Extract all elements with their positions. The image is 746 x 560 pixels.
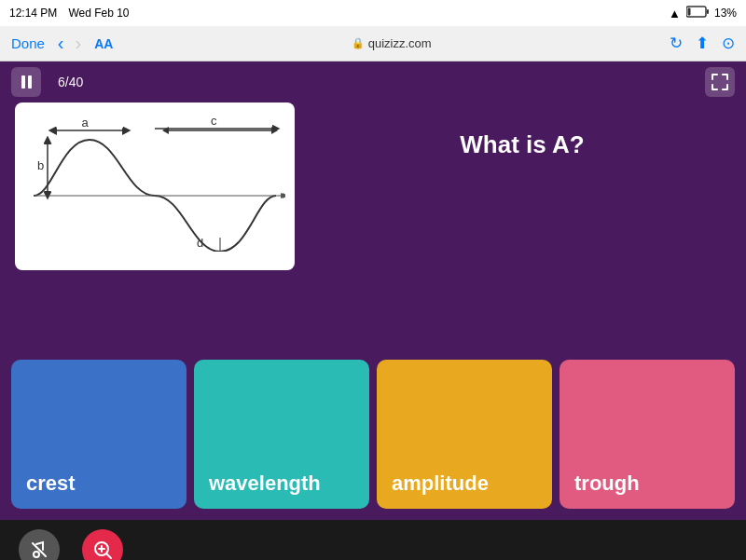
svg-text:b: b (37, 158, 44, 172)
back-button[interactable]: ‹ (54, 33, 68, 54)
answer-wavelength-label: wavelength (209, 471, 321, 496)
status-time-date: 12:14 PM Wed Feb 10 (9, 7, 130, 20)
svg-text:c: c (211, 114, 217, 128)
music-off-icon[interactable] (19, 529, 60, 560)
battery-percent: 13% (714, 7, 737, 20)
pause-button[interactable] (11, 67, 41, 97)
status-time: 12:14 PM (9, 7, 57, 20)
quiz-container: 6/40 a (0, 61, 746, 520)
answer-wavelength[interactable]: wavelength (194, 360, 369, 509)
answer-grid: crest wavelength amplitude trough (0, 352, 746, 520)
url-text: quizizz.com (368, 36, 432, 50)
answer-crest[interactable]: crest (11, 360, 186, 509)
bottom-bar: Music off Zoom In (0, 520, 746, 560)
svg-line-21 (106, 553, 111, 558)
pause-icon (21, 75, 32, 89)
svg-text:a: a (81, 116, 89, 130)
svg-marker-16 (44, 138, 51, 144)
answer-trough-label: trough (574, 471, 640, 496)
question-text: What is A? (313, 102, 731, 159)
answer-trough[interactable]: trough (560, 360, 735, 509)
browser-navigation: ‹ › (54, 33, 85, 54)
bookmarks-button[interactable]: ⊙ (722, 34, 735, 53)
lock-icon: 🔒 (352, 37, 365, 49)
browser-action-buttons: ↻ ⬆ ⊙ (670, 34, 735, 53)
svg-text:d: d (197, 236, 203, 250)
zoom-in-action[interactable]: Zoom In (82, 529, 123, 560)
answer-crest-label: crest (26, 471, 76, 496)
wifi-icon: ▲ (669, 7, 681, 20)
svg-rect-2 (687, 8, 690, 16)
toolbar-left: 6/40 (11, 67, 83, 97)
wave-svg: a b c d (24, 112, 285, 252)
forward-button[interactable]: › (72, 33, 86, 54)
done-button[interactable]: Done (11, 35, 45, 51)
browser-bar: Done ‹ › AA 🔒 quizizz.com ↻ ⬆ ⊙ (0, 26, 746, 61)
wave-diagram: a b c d (15, 102, 295, 270)
status-indicators: ▲ 13% (669, 6, 737, 20)
svg-marker-18 (281, 193, 285, 198)
fullscreen-button[interactable] (705, 67, 735, 97)
url-bar[interactable]: 🔒 quizizz.com (122, 36, 660, 50)
text-size-button[interactable]: AA (94, 36, 113, 51)
share-button[interactable]: ⬆ (696, 34, 709, 53)
status-date: Wed Feb 10 (68, 7, 129, 20)
svg-rect-1 (707, 9, 709, 14)
quiz-toolbar: 6/40 (0, 61, 746, 102)
svg-marker-12 (271, 127, 278, 134)
music-off-action[interactable]: Music off (19, 529, 60, 560)
answer-amplitude-label: amplitude (392, 471, 489, 496)
question-area: a b c d (0, 102, 746, 352)
svg-marker-13 (162, 127, 169, 134)
question-label: What is A? (460, 130, 584, 159)
zoom-in-icon[interactable] (82, 529, 123, 560)
status-bar: 12:14 PM Wed Feb 10 ▲ 13% (0, 0, 746, 26)
svg-marker-14 (50, 128, 57, 135)
battery-icon (686, 6, 709, 20)
quiz-counter: 6/40 (58, 75, 83, 89)
answer-amplitude[interactable]: amplitude (377, 360, 552, 509)
svg-marker-15 (122, 128, 129, 135)
svg-marker-17 (44, 191, 51, 198)
refresh-button[interactable]: ↻ (670, 34, 683, 53)
